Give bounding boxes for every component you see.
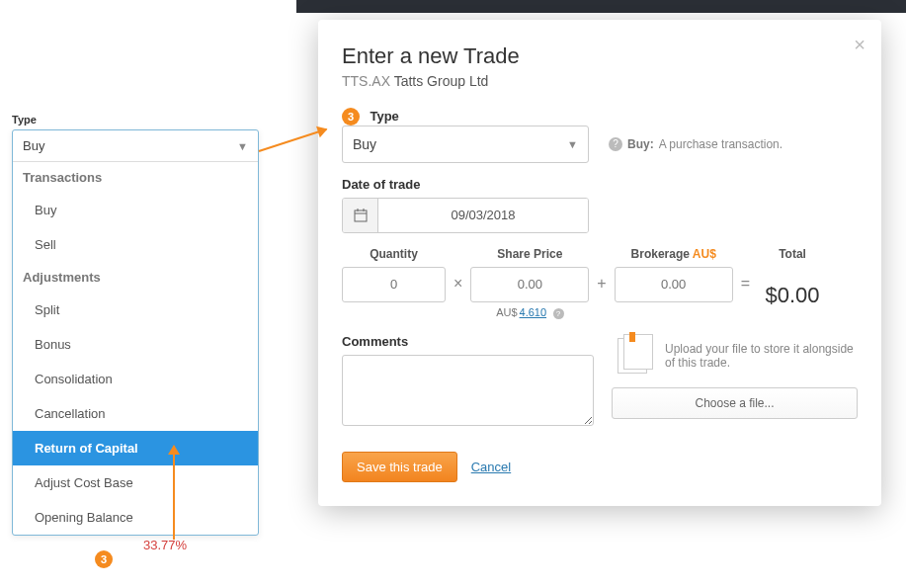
header-dark-bar — [296, 0, 906, 13]
dropdown-selected-value: Buy — [23, 138, 44, 153]
dropdown-item-sell[interactable]: Sell — [13, 227, 258, 262]
help-desc: A purchase transaction. — [659, 137, 782, 151]
share-price-input[interactable] — [470, 267, 589, 302]
dropdown-group-transactions: Transactions — [13, 162, 258, 193]
type-dropdown-panel: Type Buy ▼ Transactions Buy Sell Adjustm… — [12, 114, 259, 536]
dropdown-item-bonus[interactable]: Bonus — [13, 327, 258, 362]
step-badge: 3 — [342, 108, 360, 126]
document-icon — [612, 334, 655, 378]
type-select-value: Buy — [353, 136, 376, 152]
annotation-arrow-to-type — [259, 128, 327, 152]
quantity-input[interactable] — [342, 267, 446, 302]
background-percent: 33.77% — [143, 538, 187, 552]
share-price-label: Share Price — [470, 247, 589, 261]
dropdown-item-adjust-cost-base[interactable]: Adjust Cost Base — [13, 465, 258, 500]
multiply-icon: × — [453, 275, 462, 293]
quantity-label: Quantity — [342, 247, 446, 261]
help-icon[interactable]: ? — [609, 137, 622, 151]
dropdown-label: Type — [12, 114, 259, 126]
close-icon[interactable]: × — [854, 34, 865, 56]
market-price-link[interactable]: 4.610 — [520, 306, 547, 318]
dropdown-group-adjustments: Adjustments — [13, 262, 258, 293]
comments-textarea[interactable] — [342, 355, 594, 426]
help-bold: Buy: — [627, 137, 654, 151]
enter-trade-modal: × Enter a new Trade TTS.AX Tatts Group L… — [318, 20, 881, 506]
modal-subtitle: TTS.AX Tatts Group Ltd — [342, 73, 858, 89]
save-button[interactable]: Save this trade — [342, 452, 457, 482]
type-help-text: ? Buy: A purchase transaction. — [609, 137, 782, 151]
ticker-code: TTS.AX — [342, 73, 390, 89]
type-row: 3 Type — [342, 107, 858, 126]
cancel-link[interactable]: Cancel — [471, 460, 511, 474]
dropdown-item-cancellation[interactable]: Cancellation — [13, 396, 258, 431]
company-name: Tatts Group Ltd — [394, 73, 489, 89]
price-link-prefix: AU$ — [496, 306, 517, 318]
annotation-arrow-to-item — [173, 446, 175, 540]
svg-rect-0 — [355, 210, 367, 221]
chevron-down-icon: ▼ — [567, 138, 578, 150]
dropdown-item-opening-balance[interactable]: Opening Balance — [13, 500, 258, 535]
dropdown-selected-row[interactable]: Buy ▼ — [13, 130, 258, 162]
date-input-group — [342, 198, 589, 233]
dropdown-item-return-of-capital[interactable]: Return of Capital — [13, 431, 258, 465]
brokerage-input[interactable] — [615, 267, 733, 302]
plus-icon: + — [597, 275, 606, 293]
comments-label: Comments — [342, 334, 594, 349]
dropdown-item-split[interactable]: Split — [13, 293, 258, 327]
brokerage-label: Brokerage AU$ — [615, 247, 733, 261]
upload-description: Upload your file to store it alongside o… — [665, 342, 858, 370]
step-badge-bottom: 3 — [95, 550, 113, 568]
chevron-down-icon: ▼ — [237, 140, 248, 152]
help-icon[interactable]: ? — [553, 308, 564, 319]
dropdown-item-consolidation[interactable]: Consolidation — [13, 362, 258, 396]
equals-icon: = — [741, 275, 750, 293]
date-label: Date of trade — [342, 177, 858, 192]
dropdown-item-buy[interactable]: Buy — [13, 193, 258, 227]
total-label: Total — [758, 247, 827, 261]
type-label: Type — [370, 109, 398, 124]
calendar-icon[interactable] — [343, 199, 378, 232]
type-dropdown-open: Buy ▼ Transactions Buy Sell Adjustments … — [12, 129, 259, 536]
modal-title: Enter a new Trade — [342, 43, 858, 69]
type-select[interactable]: Buy ▼ — [342, 126, 589, 163]
total-value: $0.00 — [758, 283, 827, 308]
choose-file-button[interactable]: Choose a file... — [612, 387, 858, 419]
date-field[interactable] — [378, 199, 588, 232]
